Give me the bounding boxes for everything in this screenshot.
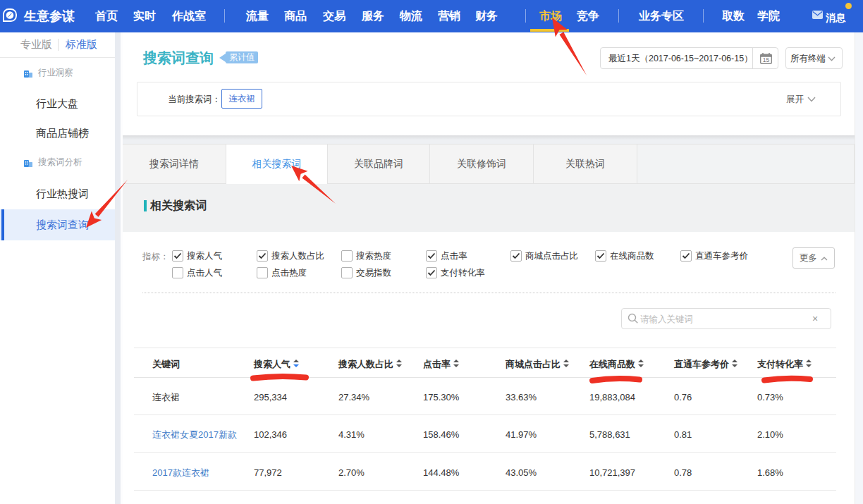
svg-text:15: 15 xyxy=(763,56,770,63)
